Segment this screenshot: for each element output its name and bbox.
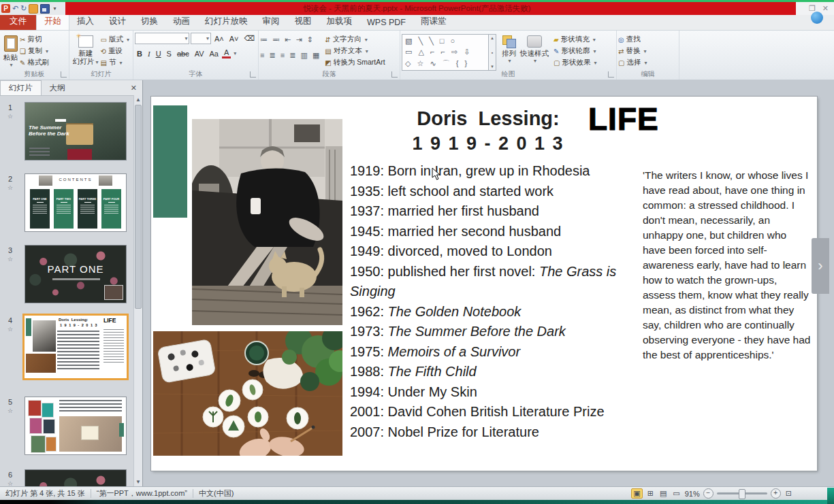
slideshow-view-button[interactable]: ▭	[671, 489, 681, 498]
strikethrough-button[interactable]: abc	[175, 49, 191, 58]
convert-smartart-button[interactable]: ◩转换为 SmartArt	[325, 58, 385, 67]
bold-button[interactable]: B	[135, 49, 144, 58]
scroll-up-icon[interactable]: ▴	[491, 35, 494, 41]
slide-thumbnail-4-selected[interactable]: Doris Lessing: 1 9 1 9 - 2 0 1 3 LIFE	[22, 314, 129, 380]
shape-outline-button[interactable]: ✎形状轮廓▾	[554, 46, 596, 56]
tab-design[interactable]: 设计	[101, 13, 133, 30]
panel-close-icon[interactable]: ✕	[131, 84, 137, 93]
floating-overlay-icon[interactable]	[811, 12, 823, 24]
slide-title-line1[interactable]: Doris Lessing:	[376, 107, 600, 130]
doris-lessing-photo[interactable]	[192, 119, 342, 325]
tab-addins[interactable]: 加载项	[319, 13, 360, 30]
reset-button[interactable]: ⟲重设	[101, 46, 129, 56]
scroll-handle-icon[interactable]: ▪	[492, 50, 493, 55]
fit-to-window-button[interactable]: ⊡	[784, 489, 793, 498]
layout-button[interactable]: ▭版式▾	[101, 35, 129, 44]
align-text-button[interactable]: ▤对齐文本▾	[325, 46, 385, 56]
zoom-level[interactable]: 91%	[685, 490, 700, 498]
grow-font-button[interactable]: A˄	[212, 34, 226, 44]
text-direction-button[interactable]: ⇵文字方向▾	[325, 35, 385, 44]
shapes-row[interactable]: ◇ ☆ ∿ ⌒ { }	[405, 59, 485, 68]
tab-slideshow[interactable]: 幻灯片放映	[197, 13, 255, 30]
font-color-button[interactable]: A	[222, 48, 231, 58]
cut-button[interactable]: ✂剪切	[20, 35, 49, 44]
drawing-dialog-launcher[interactable]	[608, 71, 614, 78]
zoom-out-button[interactable]: −	[703, 488, 713, 499]
section-button[interactable]: ▤节▾	[101, 58, 129, 67]
slide-canvas[interactable]: Doris Lessing: 1 9 1 9 - 2 0 1 3 LIFE 19…	[151, 97, 817, 471]
shapes-row[interactable]: ▧ ╲ ╲ □ ○	[405, 37, 485, 46]
tab-insert[interactable]: 插入	[69, 13, 101, 30]
list-indent-icons[interactable]: ≔ ≕ ⇤ ⇥ ⇕	[260, 35, 321, 44]
slide-thumbnail-5[interactable]	[25, 397, 127, 455]
shrink-font-button[interactable]: A˅	[227, 34, 241, 44]
scroll-down-icon[interactable]: ▼	[134, 479, 142, 485]
tab-review[interactable]: 审阅	[255, 13, 287, 30]
slide-sorter-view-button[interactable]: ⊞	[646, 489, 655, 498]
redo-button[interactable]: ↻	[20, 5, 27, 12]
font-dialog-launcher[interactable]	[250, 71, 256, 78]
tab-view[interactable]: 视图	[287, 13, 319, 30]
slide-title-line2[interactable]: 1 9 1 9 - 2 0 1 3	[376, 133, 600, 154]
tab-transitions[interactable]: 切换	[133, 13, 165, 30]
new-slide-button[interactable]: 新建 幻灯片▾	[71, 33, 101, 71]
tab-animations[interactable]: 动画	[165, 13, 197, 30]
addin-icon[interactable]	[29, 4, 38, 14]
format-painter-button[interactable]: ✎格式刷	[20, 58, 49, 67]
font-size-select[interactable]: ▾	[191, 33, 210, 44]
undo-button[interactable]: ↶	[12, 5, 18, 12]
zoom-slider-thumb[interactable]	[739, 489, 745, 499]
shape-fill-button[interactable]: ▰形状填充▾	[554, 35, 596, 44]
select-button[interactable]: ▢选择▾	[618, 58, 647, 67]
timeline-text-block[interactable]: 1919: Born in Iran, grew up in Rhodesia …	[350, 161, 645, 442]
scroll-down-icon[interactable]: ▾	[491, 64, 494, 69]
shapes-row[interactable]: ▭ △ ⌐ ⌐ ⇨ ⇩	[405, 48, 485, 56]
change-case-button[interactable]: Aa	[208, 49, 221, 58]
shapes-gallery[interactable]: ▧ ╲ ╲ □ ○ ▭ △ ⌐ ⌐ ⇨ ⇩ ◇ ☆ ∿ ⌒ { }	[402, 34, 489, 71]
reading-view-button[interactable]: ▤	[658, 489, 668, 498]
copy-button[interactable]: ❏复制▾	[20, 46, 49, 56]
tab-wps-pdf[interactable]: WPS PDF	[359, 15, 413, 30]
green-accent-rectangle[interactable]	[153, 105, 187, 218]
shape-effects-button[interactable]: ▢形状效果▾	[554, 58, 596, 67]
scroll-up-icon[interactable]: ▲	[134, 97, 142, 103]
slide-thumbnail-6[interactable]	[25, 469, 127, 486]
tab-file[interactable]: 文件	[0, 13, 36, 30]
panel-tab-slides[interactable]: 幻灯片	[0, 80, 42, 95]
panel-tab-outline[interactable]: 大纲	[42, 81, 74, 95]
close-button[interactable]: ✕	[822, 5, 829, 12]
craft-table-photo[interactable]	[153, 331, 342, 456]
tab-yuketang[interactable]: 雨课堂	[413, 13, 454, 30]
quick-styles-button[interactable]: 快速样式 ▾	[518, 33, 551, 71]
slide-thumbnail-1[interactable]: The Summer Before the Dark	[25, 102, 127, 161]
arrange-button[interactable]: 排列 ▾	[500, 33, 518, 71]
save-button[interactable]	[40, 4, 50, 14]
scrollbar-thumb[interactable]	[135, 105, 142, 309]
restore-button[interactable]: ❐	[809, 5, 816, 12]
clear-formatting-button[interactable]: ⌫	[242, 33, 257, 44]
normal-view-button[interactable]: ▣	[631, 488, 642, 499]
zoom-in-button[interactable]: +	[771, 488, 781, 499]
right-panel-expand-button[interactable]: ›	[812, 238, 829, 294]
slide-title-life[interactable]: LIFE	[588, 101, 659, 137]
slide-thumbnail-3[interactable]: PART ONE	[25, 245, 127, 303]
replace-button[interactable]: ⇄替换▾	[618, 46, 647, 56]
alignment-icons[interactable]: ≡ ≣ ≡ ≣ ▥ ▦	[260, 51, 321, 60]
paste-button[interactable]: 粘贴 ▾	[1, 33, 20, 71]
underline-button[interactable]: U	[154, 49, 163, 58]
paragraph-dialog-launcher[interactable]	[391, 71, 398, 78]
zoom-slider[interactable]	[717, 492, 767, 494]
quote-text-block[interactable]: 'The writers I know, or whose lives I ha…	[643, 168, 812, 363]
shadow-button[interactable]: S	[165, 49, 174, 58]
italic-button[interactable]: I	[146, 49, 153, 58]
qat-dropdown-icon[interactable]: ▾	[53, 5, 56, 12]
clipboard-dialog-launcher[interactable]	[61, 71, 67, 78]
find-button[interactable]: ◎查找	[618, 35, 647, 44]
slide-thumbnail-2[interactable]: CONTENTS PART ONE PART TWO PART THREE PA…	[25, 173, 127, 232]
powerpoint-logo-icon[interactable]: P	[1, 4, 10, 13]
language-indicator[interactable]: 中文(中国)	[199, 488, 234, 499]
character-spacing-button[interactable]: AV	[193, 49, 206, 58]
panel-scrollbar[interactable]: ▲ ▼	[133, 95, 142, 486]
font-name-select[interactable]: ▾	[135, 33, 189, 44]
shapes-gallery-scrollbar[interactable]: ▴ ▪ ▾	[489, 34, 496, 71]
